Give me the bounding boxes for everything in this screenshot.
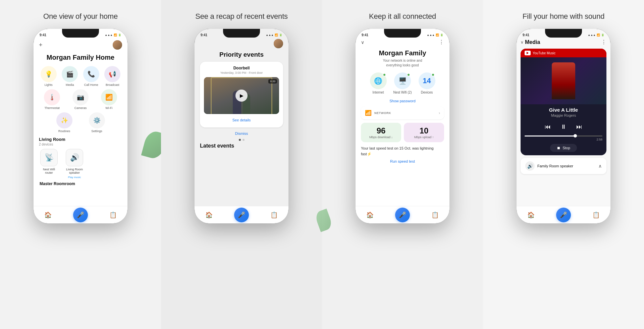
avatar-1[interactable] [113,40,122,50]
progress-bar[interactable] [525,135,602,136]
panel-connected: Keep it all connected 9:41 ▲▲▲ 📶 🔋 ∨ ⋮ M… [322,0,483,329]
nav-list-3[interactable]: 📋 [431,211,439,219]
signal-icon-2: ▲▲▲ [266,34,274,37]
battery-icon-3: 🔋 [440,34,443,37]
phone-screen-2: 9:41 ▲▲▲ 📶 🔋 Priority events Doorbell Ye… [195,29,288,223]
pause-button[interactable]: ⏸ [557,121,570,133]
panel-one-view: One view of your home 9:41 ▲▲▲ 📶 🔋 + [0,0,161,329]
youtube-icon [525,51,531,55]
event-video-thumbnail[interactable]: ▶ 0:20 [204,77,279,114]
network-chevron: › [439,111,440,115]
action-call-home[interactable]: 📞 Call Home [82,66,101,87]
broadcast-icon: 📢 [104,66,120,82]
youtube-music-header: YouTube Music [521,49,606,57]
next-button[interactable]: ⏭ [576,123,582,130]
action-broadcast[interactable]: 📢 Broadcast [103,66,122,87]
nestwifi-online-dot [407,73,410,76]
action-routines[interactable]: ✨ Routines [49,112,79,133]
stat-nest-wifi[interactable]: 🖥️ Nest Wifi (2) [393,72,412,94]
device-row: 📡 Nest Wifi router 🔊 Living Room speaker… [39,149,122,179]
music-artwork [521,57,606,104]
wifi-icon-4: 📶 [597,34,600,37]
nav-home-1[interactable]: 🏠 [44,211,52,219]
phone-notch-3 [384,29,421,38]
device-living-room-speaker[interactable]: 🔊 Living Room speaker Play music [64,149,85,179]
call-icon: 📞 [83,66,99,82]
dismiss-button[interactable]: Dismiss [200,130,283,137]
network-section-left: 📶 NETWORK [365,110,391,116]
family-room-bar[interactable]: 🔊 Family Room speaker ∧ [521,158,606,174]
action-thermostat[interactable]: 🌡️ Thermostat [39,89,65,110]
dot-2[interactable] [243,139,245,141]
mic-button-1[interactable]: 🎤 [73,208,88,222]
action-media[interactable]: 🎬 Media [60,66,80,87]
dot-1[interactable] [239,139,241,141]
video-duration: 0:20 [268,79,277,84]
nav-list-2[interactable]: 📋 [270,211,278,219]
run-speed-test-button[interactable]: Run speed test [361,159,444,163]
stop-button[interactable]: ⏹ Stop [550,144,577,152]
video-overlay: ▶ [204,77,279,114]
latest-events-title: Latest events [200,143,283,149]
network-wifi-icon: 📶 [365,110,372,116]
event-title: Doorbell [204,66,279,70]
bottom-nav-1: 🏠 🎤 📋 [34,206,127,223]
quick-actions-row1: 💡 Lights 🎬 Media 📞 Call Home 📢 Broadcast [39,66,122,87]
phone-notch-1 [62,29,99,38]
play-music-link[interactable]: Play music [68,176,81,179]
see-details-button[interactable]: See details [204,117,279,123]
nav-home-2[interactable]: 🏠 [205,211,213,219]
play-button[interactable]: ▶ [235,90,248,102]
download-label: Mbps download ↓ [369,135,393,139]
music-card: YouTube Music Give A Little Maggie Roger… [521,49,606,155]
show-password-link[interactable]: Show password [361,99,444,103]
stop-icon: ⏹ [557,146,560,150]
stop-button-container: ⏹ Stop [521,144,606,152]
thermostat-label: Thermostat [45,106,60,110]
action-settings[interactable]: ⚙️ Settings [82,112,112,133]
prev-button[interactable]: ⏮ [545,123,551,130]
status-icons-4: ▲▲▲ 📶 🔋 [588,34,604,37]
broadcast-label: Broadcast [106,83,119,87]
routines-icon: ✨ [56,112,72,128]
internet-icon: 🌐 [370,72,387,89]
add-icon[interactable]: + [39,42,43,49]
stat-internet[interactable]: 🌐 Internet [370,72,387,94]
avatar-image [113,40,122,50]
event-subtitle: Yesterday, 3:00 PM · Front door [204,71,279,74]
cameras-icon: 📷 [72,89,89,105]
nav-home-4[interactable]: 🏠 [527,211,535,219]
action-wifi[interactable]: 📶 Wi-Fi [96,89,122,110]
thermostat-icon: 🌡️ [44,89,60,105]
lights-icon: 💡 [41,66,57,82]
network-section-card[interactable]: 📶 NETWORK › [361,106,444,119]
nav-list-4[interactable]: 📋 [592,211,600,219]
mic-button-2[interactable]: 🎤 [234,208,249,222]
media-back[interactable]: ∨ Media [521,39,540,45]
back-chevron[interactable]: ∨ [361,40,364,45]
avatar-2[interactable] [274,39,283,48]
action-lights[interactable]: 💡 Lights [39,66,58,87]
cameras-label: Cameras [74,106,87,110]
nav-list-1[interactable]: 📋 [109,211,117,219]
nestwifi-icon: 🖥️ [394,72,411,89]
action-cameras[interactable]: 📷 Cameras [67,89,94,110]
mic-button-3[interactable]: 🎤 [395,208,410,222]
music-controls: ⏮ ⏸ ⏭ [521,121,606,133]
wifi-icon-2: 📶 [275,34,278,37]
call-label: Call Home [84,83,98,87]
media-more-dots[interactable]: ⋮ [601,39,606,45]
nav-home-3[interactable]: 🏠 [366,211,374,219]
stat-devices[interactable]: 14 Devices [419,72,435,94]
mic-button-4[interactable]: 🎤 [556,208,571,222]
expand-icon[interactable]: ∧ [598,163,602,169]
nest-wifi-label: Nest Wifi router [39,168,59,174]
device-nest-wifi[interactable]: 📡 Nest Wifi router [39,149,59,174]
signal-icon-4: ▲▲▲ [588,34,596,37]
battery-icon-2: 🔋 [279,34,282,37]
wifi-icon: 📶 [114,34,117,37]
panel-title-2: See a recap of recent events [195,12,288,21]
phone-screen-3: 9:41 ▲▲▲ 📶 🔋 ∨ ⋮ Morgan Family Your netw… [356,29,449,223]
more-dots[interactable]: ⋮ [439,39,444,45]
devices-dot [431,73,435,76]
